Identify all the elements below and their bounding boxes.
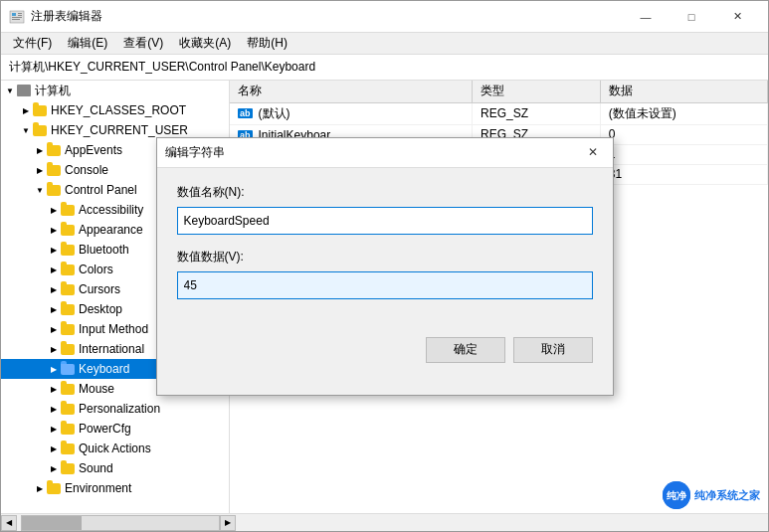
dialog-footer: 确定 取消: [157, 329, 613, 379]
cancel-button[interactable]: 取消: [513, 337, 593, 363]
main-window: 注册表编辑器 — □ ✕ 文件(F) 编辑(E) 查看(V) 收藏夹(A) 帮助…: [0, 0, 769, 532]
dialog-title-bar: 编辑字符串 ✕: [157, 138, 613, 168]
data-label: 数值数据(V):: [177, 249, 593, 266]
confirm-button[interactable]: 确定: [426, 337, 505, 363]
dialog-title: 编辑字符串: [165, 144, 225, 161]
dialog-close-button[interactable]: ✕: [581, 140, 605, 164]
dialog-content: 数值名称(N): 数值数据(V):: [157, 168, 613, 329]
name-input[interactable]: [177, 207, 593, 235]
data-input[interactable]: [177, 271, 593, 299]
dialog-overlay: 编辑字符串 ✕ 数值名称(N): 数值数据(V): 确定 取消: [1, 1, 768, 531]
edit-string-dialog: 编辑字符串 ✕ 数值名称(N): 数值数据(V): 确定 取消: [156, 137, 614, 396]
name-label: 数值名称(N):: [177, 184, 593, 201]
